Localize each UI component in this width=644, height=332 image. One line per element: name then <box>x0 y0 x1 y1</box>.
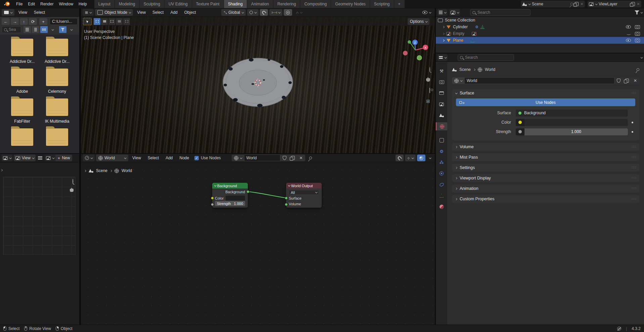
tab-output[interactable] <box>436 89 447 97</box>
disable-render-icon[interactable] <box>635 32 640 36</box>
list-item[interactable]: FabFilter <box>5 98 40 124</box>
display-size-dropdown[interactable] <box>49 26 56 33</box>
select-mode-intersect[interactable] <box>123 18 130 25</box>
divider[interactable] <box>80 8 81 325</box>
select-mode-subtract[interactable] <box>108 18 115 25</box>
snap-settings-dropdown[interactable]: ⊢⊣ <box>269 9 282 16</box>
filter-toggle[interactable] <box>59 26 66 33</box>
menu-hamburger-icon[interactable] <box>38 158 42 158</box>
menu-window[interactable]: Window <box>56 1 76 7</box>
tab-compositing[interactable]: Compositing <box>300 0 331 8</box>
list-item[interactable]: Adobe <box>5 69 40 94</box>
close-icon[interactable]: ✕ <box>637 2 640 6</box>
tab-modeling[interactable]: Modeling <box>115 0 140 8</box>
select-mode-new[interactable] <box>94 18 100 25</box>
outliner-row-cylinder[interactable]: Cylinder ⚙ <box>436 24 644 30</box>
drag-grip-icon[interactable]: ∷∷ <box>632 177 636 179</box>
tab-constraints[interactable] <box>436 180 447 189</box>
copy-icon[interactable] <box>575 2 579 6</box>
tab-rendering[interactable]: Rendering <box>273 0 300 8</box>
surface-shader-button[interactable]: Background <box>516 110 628 117</box>
display-thumbnails-button[interactable] <box>40 26 48 33</box>
active-tool-select-box[interactable] <box>83 18 92 25</box>
list-item[interactable] <box>40 128 75 146</box>
collapse-icon[interactable] <box>288 184 290 186</box>
panel-header[interactable]: Animation ∷∷ <box>452 184 639 193</box>
tab-texture-paint[interactable]: Texture Paint <box>192 0 224 8</box>
node-world-output[interactable]: World Output All Surface Volume <box>286 183 322 208</box>
world-browse-dropdown[interactable] <box>452 77 464 84</box>
image-browse-dropdown[interactable] <box>45 155 55 161</box>
copy-icon[interactable] <box>631 2 635 6</box>
object-type-visibility-dropdown[interactable] <box>420 9 433 16</box>
editor-type-selector[interactable] <box>2 9 14 16</box>
menu-add[interactable]: Add <box>168 9 180 16</box>
drag-grip-icon[interactable]: ∷∷ <box>632 92 636 94</box>
menu-node[interactable]: Node <box>177 155 192 161</box>
fake-user-button[interactable] <box>280 155 289 161</box>
fake-user-button[interactable] <box>614 77 623 84</box>
filter-settings-dropdown[interactable] <box>67 26 75 33</box>
tab-animation[interactable]: Animation <box>247 0 273 8</box>
color-socket-swatch[interactable] <box>516 119 524 126</box>
color-field[interactable] <box>524 119 628 126</box>
tab-sculpting[interactable]: Sculpting <box>140 0 165 8</box>
forward-button[interactable]: → <box>11 18 19 25</box>
strength-slider[interactable]: 1.000 <box>524 128 628 135</box>
unlink-datablock-button[interactable]: ✕ <box>297 155 305 161</box>
duplicate-datablock-button[interactable] <box>289 155 297 161</box>
menu-add[interactable]: Add <box>163 155 175 161</box>
tab-view-layer[interactable] <box>436 100 447 108</box>
menu-edit[interactable]: Edit <box>25 1 38 7</box>
list-item[interactable]: Celemony <box>40 69 75 94</box>
image-mode-dropdown[interactable]: View <box>14 155 36 161</box>
menu-select[interactable]: Select <box>31 9 48 16</box>
proportional-editing-toggle[interactable] <box>284 9 292 16</box>
overlays-dropdown[interactable] <box>427 155 433 161</box>
display-horizontal-list-button[interactable] <box>32 26 39 33</box>
menu-view[interactable]: View <box>134 9 148 16</box>
divider[interactable] <box>435 8 436 325</box>
socket-input-surface[interactable] <box>285 197 288 200</box>
menu-file[interactable]: File <box>13 1 25 7</box>
image-editor[interactable]: View + New <box>0 154 80 325</box>
menu-view[interactable]: View <box>130 155 144 161</box>
tab-shading[interactable]: Shading <box>224 0 247 8</box>
scene-name[interactable]: Scene <box>532 2 569 6</box>
editor-type-selector[interactable] <box>83 155 95 161</box>
navigation-gizmo[interactable]: Z X <box>403 39 428 63</box>
tab-uv-editing[interactable]: UV Editing <box>165 0 192 8</box>
socket-output-background[interactable] <box>246 190 249 193</box>
list-item[interactable] <box>5 128 40 146</box>
outliner-row-plane[interactable]: Plane <box>436 37 644 44</box>
modifier-wrench-icon[interactable]: ⚙ <box>475 25 478 29</box>
filter-dropdown[interactable] <box>635 10 642 14</box>
panel-header[interactable]: Viewport Display ∷∷ <box>452 174 639 182</box>
editor-type-selector[interactable]: ⊞ <box>83 9 94 16</box>
display-vertical-list-button[interactable] <box>24 26 31 33</box>
pan-hand-icon[interactable] <box>426 77 430 83</box>
divider[interactable] <box>0 153 435 154</box>
list-item[interactable]: Addictive Dr... <box>5 39 40 64</box>
unlink-datablock-button[interactable]: ✕ <box>631 77 639 84</box>
pin-icon[interactable] <box>636 68 640 71</box>
node-background[interactable]: Background Background Color Strength 1.0… <box>212 183 248 208</box>
tab-material[interactable] <box>436 203 447 211</box>
socket-input-strength[interactable] <box>211 203 214 206</box>
disable-render-icon[interactable] <box>635 39 640 42</box>
color-swatch[interactable] <box>226 196 245 201</box>
viewport-3d[interactable]: ⊞ Object Mode View Select Add Object ⤡ G… <box>81 8 435 153</box>
editor-type-selector[interactable] <box>438 54 448 61</box>
blender-logo-icon[interactable] <box>3 2 11 6</box>
image-data-icon[interactable] <box>472 32 476 36</box>
image-canvas[interactable] <box>3 177 76 255</box>
zoom-tool-icon[interactable] <box>73 179 73 184</box>
panel-header[interactable]: Settings ∷∷ <box>452 164 639 172</box>
list-item[interactable]: IK Multimedia <box>40 98 75 124</box>
world-datablock-selector[interactable]: World ✕ <box>232 155 305 161</box>
new-image-button[interactable]: + New <box>55 155 73 161</box>
close-icon[interactable]: ✕ <box>580 2 584 6</box>
tab-scripting[interactable]: Scripting <box>370 0 394 8</box>
world-name-field[interactable]: World <box>464 77 614 84</box>
pan-hand-icon[interactable] <box>70 188 74 192</box>
